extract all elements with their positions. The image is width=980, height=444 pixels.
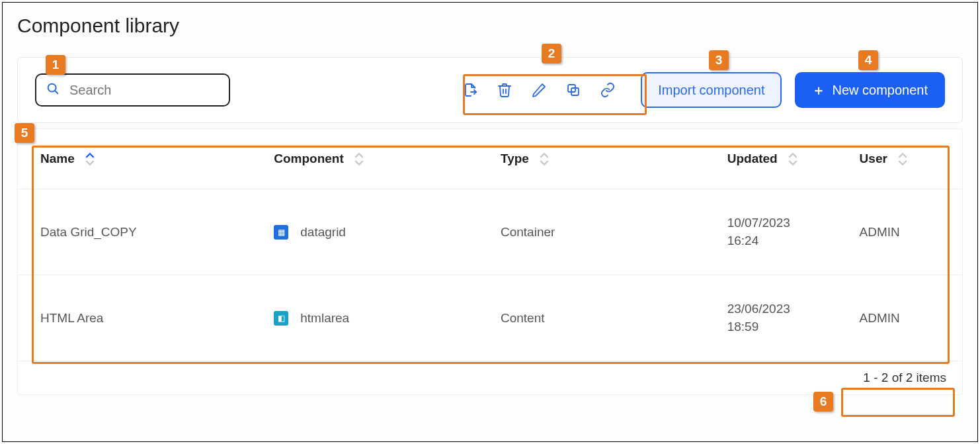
trash-icon[interactable] bbox=[497, 82, 512, 98]
pager: 1 - 2 of 2 items bbox=[18, 361, 962, 394]
page-title: Component library bbox=[17, 15, 963, 37]
import-button[interactable]: Import component bbox=[641, 72, 782, 108]
cell-type: Content bbox=[490, 275, 717, 361]
col-type-label: Type bbox=[501, 152, 529, 166]
callout-5: 5 bbox=[15, 123, 34, 143]
cell-user: ADMIN bbox=[849, 275, 962, 361]
cell-name: Data Grid_COPY bbox=[18, 189, 263, 275]
search-icon bbox=[46, 81, 60, 99]
cell-component: ▦datagrid bbox=[263, 189, 490, 275]
link-icon[interactable] bbox=[600, 82, 616, 98]
cell-updated: 23/06/202318:59 bbox=[717, 275, 849, 361]
callout-4: 4 bbox=[858, 50, 878, 70]
plus-icon: ＋ bbox=[812, 81, 825, 99]
cell-updated: 10/07/202316:24 bbox=[717, 189, 849, 275]
components-table: Name Component bbox=[18, 129, 962, 361]
table-card: Name Component bbox=[17, 128, 963, 395]
callout-6: 6 bbox=[813, 392, 833, 412]
col-component[interactable]: Component bbox=[263, 129, 490, 189]
cell-component: ◧htmlarea bbox=[263, 275, 490, 361]
callout-3: 3 bbox=[709, 50, 729, 70]
component-type-icon: ▦ bbox=[274, 225, 288, 240]
pager-text: 1 - 2 of 2 items bbox=[863, 371, 946, 385]
col-updated-label: Updated bbox=[727, 152, 778, 166]
callout-2: 2 bbox=[542, 44, 561, 64]
action-bar bbox=[450, 75, 628, 105]
sort-icon bbox=[85, 152, 95, 166]
cell-name: HTML Area bbox=[18, 275, 263, 361]
new-component-label: New component bbox=[832, 83, 928, 98]
col-name[interactable]: Name bbox=[18, 129, 263, 189]
toolbar: Import component ＋ New component bbox=[17, 57, 963, 123]
sort-icon bbox=[788, 152, 797, 166]
col-name-label: Name bbox=[40, 152, 75, 166]
col-type[interactable]: Type bbox=[490, 129, 717, 189]
col-user-label: User bbox=[860, 152, 887, 166]
edit-icon[interactable] bbox=[531, 82, 547, 98]
svg-line-1 bbox=[55, 91, 58, 93]
search-box[interactable] bbox=[35, 73, 230, 107]
cell-type: Container bbox=[490, 189, 717, 275]
callout-1: 1 bbox=[46, 55, 65, 75]
search-input[interactable] bbox=[69, 83, 220, 98]
table-row[interactable]: Data Grid_COPY▦datagridContainer10/07/20… bbox=[18, 189, 962, 275]
sort-icon bbox=[540, 152, 549, 166]
export-icon[interactable] bbox=[462, 82, 478, 98]
cell-user: ADMIN bbox=[849, 189, 962, 275]
component-type-icon: ◧ bbox=[274, 311, 288, 326]
col-component-label: Component bbox=[274, 152, 344, 166]
copy-icon[interactable] bbox=[565, 82, 581, 98]
sort-icon bbox=[898, 152, 907, 166]
col-updated[interactable]: Updated bbox=[717, 129, 849, 189]
table-row[interactable]: HTML Area◧htmlareaContent23/06/202318:59… bbox=[18, 275, 962, 361]
col-user[interactable]: User bbox=[849, 129, 962, 189]
new-component-button[interactable]: ＋ New component bbox=[795, 72, 945, 108]
sort-icon bbox=[354, 152, 364, 166]
